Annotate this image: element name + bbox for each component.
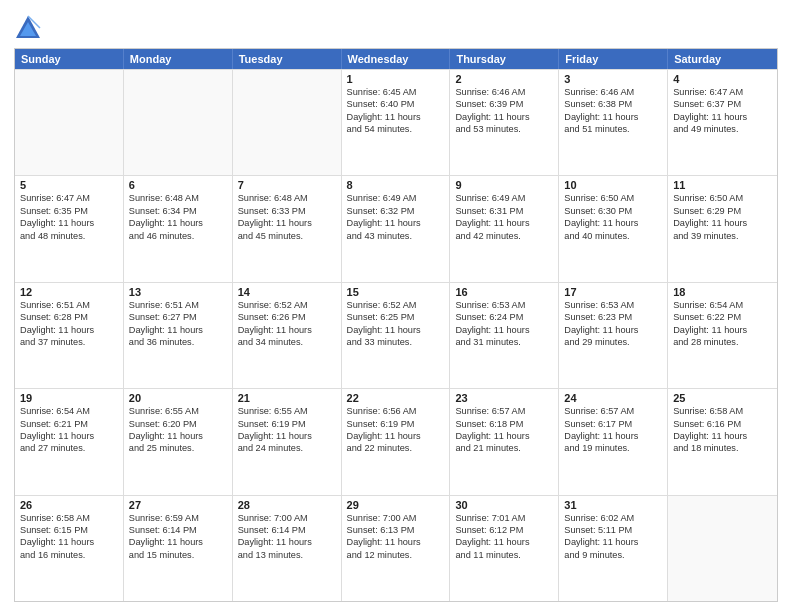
cell-info-line: Sunset: 6:32 PM — [347, 205, 445, 217]
cell-info-line: Sunrise: 6:02 AM — [564, 512, 662, 524]
cell-info-line: Daylight: 11 hours — [673, 217, 772, 229]
day-number: 8 — [347, 179, 445, 191]
cell-info-line: Daylight: 11 hours — [238, 430, 336, 442]
cell-info-line: Sunrise: 6:47 AM — [673, 86, 772, 98]
calendar-cell-day-17: 17Sunrise: 6:53 AMSunset: 6:23 PMDayligh… — [559, 283, 668, 388]
cell-info-line: Daylight: 11 hours — [20, 536, 118, 548]
cell-info-line: Daylight: 11 hours — [238, 217, 336, 229]
calendar-row-1: 1Sunrise: 6:45 AMSunset: 6:40 PMDaylight… — [15, 69, 777, 175]
day-number: 5 — [20, 179, 118, 191]
day-number: 17 — [564, 286, 662, 298]
calendar-cell-day-9: 9Sunrise: 6:49 AMSunset: 6:31 PMDaylight… — [450, 176, 559, 281]
cell-info-line: Sunset: 6:38 PM — [564, 98, 662, 110]
cell-info-line: Sunset: 6:13 PM — [347, 524, 445, 536]
day-number: 3 — [564, 73, 662, 85]
cell-info-line: Daylight: 11 hours — [129, 217, 227, 229]
cell-info-line: Sunset: 6:34 PM — [129, 205, 227, 217]
cell-info-line: Sunrise: 6:48 AM — [129, 192, 227, 204]
cell-info-line: Daylight: 11 hours — [20, 324, 118, 336]
cell-info-line: and 25 minutes. — [129, 442, 227, 454]
calendar-cell-empty — [15, 70, 124, 175]
calendar: SundayMondayTuesdayWednesdayThursdayFrid… — [14, 48, 778, 602]
cell-info-line: and 40 minutes. — [564, 230, 662, 242]
cell-info-line: Sunrise: 6:54 AM — [673, 299, 772, 311]
day-number: 16 — [455, 286, 553, 298]
cell-info-line: Daylight: 11 hours — [455, 324, 553, 336]
day-number: 12 — [20, 286, 118, 298]
cell-info-line: Sunset: 6:35 PM — [20, 205, 118, 217]
page: SundayMondayTuesdayWednesdayThursdayFrid… — [0, 0, 792, 612]
cell-info-line: Daylight: 11 hours — [673, 324, 772, 336]
day-number: 9 — [455, 179, 553, 191]
cell-info-line: Sunrise: 6:49 AM — [347, 192, 445, 204]
calendar-cell-day-2: 2Sunrise: 6:46 AMSunset: 6:39 PMDaylight… — [450, 70, 559, 175]
calendar-cell-empty — [124, 70, 233, 175]
day-number: 18 — [673, 286, 772, 298]
cell-info-line: and 37 minutes. — [20, 336, 118, 348]
cell-info-line: Sunrise: 6:50 AM — [564, 192, 662, 204]
day-number: 25 — [673, 392, 772, 404]
day-number: 30 — [455, 499, 553, 511]
cell-info-line: Sunset: 6:28 PM — [20, 311, 118, 323]
day-number: 10 — [564, 179, 662, 191]
cell-info-line: Sunset: 6:18 PM — [455, 418, 553, 430]
day-number: 7 — [238, 179, 336, 191]
calendar-row-2: 5Sunrise: 6:47 AMSunset: 6:35 PMDaylight… — [15, 175, 777, 281]
cell-info-line: Sunrise: 7:00 AM — [238, 512, 336, 524]
cell-info-line: and 19 minutes. — [564, 442, 662, 454]
day-number: 6 — [129, 179, 227, 191]
cell-info-line: Sunset: 6:15 PM — [20, 524, 118, 536]
weekday-header-wednesday: Wednesday — [342, 49, 451, 69]
cell-info-line: Daylight: 11 hours — [564, 111, 662, 123]
weekday-header-tuesday: Tuesday — [233, 49, 342, 69]
cell-info-line: Sunrise: 6:56 AM — [347, 405, 445, 417]
cell-info-line: and 54 minutes. — [347, 123, 445, 135]
cell-info-line: Sunrise: 6:51 AM — [129, 299, 227, 311]
cell-info-line: Sunrise: 6:47 AM — [20, 192, 118, 204]
cell-info-line: and 51 minutes. — [564, 123, 662, 135]
cell-info-line: Sunrise: 7:01 AM — [455, 512, 553, 524]
cell-info-line: and 29 minutes. — [564, 336, 662, 348]
day-number: 13 — [129, 286, 227, 298]
cell-info-line: Sunrise: 6:51 AM — [20, 299, 118, 311]
day-number: 23 — [455, 392, 553, 404]
day-number: 24 — [564, 392, 662, 404]
cell-info-line: Sunset: 6:17 PM — [564, 418, 662, 430]
cell-info-line: Sunset: 6:25 PM — [347, 311, 445, 323]
day-number: 27 — [129, 499, 227, 511]
day-number: 20 — [129, 392, 227, 404]
cell-info-line: Daylight: 11 hours — [455, 430, 553, 442]
calendar-row-3: 12Sunrise: 6:51 AMSunset: 6:28 PMDayligh… — [15, 282, 777, 388]
calendar-cell-day-22: 22Sunrise: 6:56 AMSunset: 6:19 PMDayligh… — [342, 389, 451, 494]
calendar-cell-day-21: 21Sunrise: 6:55 AMSunset: 6:19 PMDayligh… — [233, 389, 342, 494]
cell-info-line: Daylight: 11 hours — [20, 430, 118, 442]
cell-info-line: Sunset: 6:19 PM — [347, 418, 445, 430]
calendar-cell-day-25: 25Sunrise: 6:58 AMSunset: 6:16 PMDayligh… — [668, 389, 777, 494]
calendar-cell-day-31: 31Sunrise: 6:02 AMSunset: 5:11 PMDayligh… — [559, 496, 668, 601]
cell-info-line: Sunrise: 6:52 AM — [347, 299, 445, 311]
cell-info-line: and 9 minutes. — [564, 549, 662, 561]
calendar-cell-day-18: 18Sunrise: 6:54 AMSunset: 6:22 PMDayligh… — [668, 283, 777, 388]
cell-info-line: and 11 minutes. — [455, 549, 553, 561]
cell-info-line: Daylight: 11 hours — [238, 536, 336, 548]
cell-info-line: Daylight: 11 hours — [20, 217, 118, 229]
calendar-cell-day-1: 1Sunrise: 6:45 AMSunset: 6:40 PMDaylight… — [342, 70, 451, 175]
cell-info-line: Sunset: 6:23 PM — [564, 311, 662, 323]
cell-info-line: and 13 minutes. — [238, 549, 336, 561]
cell-info-line: and 12 minutes. — [347, 549, 445, 561]
calendar-cell-day-5: 5Sunrise: 6:47 AMSunset: 6:35 PMDaylight… — [15, 176, 124, 281]
cell-info-line: Sunrise: 6:57 AM — [455, 405, 553, 417]
cell-info-line: Daylight: 11 hours — [347, 217, 445, 229]
day-number: 21 — [238, 392, 336, 404]
day-number: 31 — [564, 499, 662, 511]
cell-info-line: Sunrise: 6:52 AM — [238, 299, 336, 311]
cell-info-line: and 45 minutes. — [238, 230, 336, 242]
cell-info-line: Daylight: 11 hours — [129, 536, 227, 548]
cell-info-line: Daylight: 11 hours — [455, 217, 553, 229]
cell-info-line: Sunrise: 6:53 AM — [564, 299, 662, 311]
day-number: 14 — [238, 286, 336, 298]
cell-info-line: Sunrise: 6:45 AM — [347, 86, 445, 98]
calendar-row-5: 26Sunrise: 6:58 AMSunset: 6:15 PMDayligh… — [15, 495, 777, 601]
logo-icon — [14, 14, 42, 42]
cell-info-line: Daylight: 11 hours — [347, 430, 445, 442]
